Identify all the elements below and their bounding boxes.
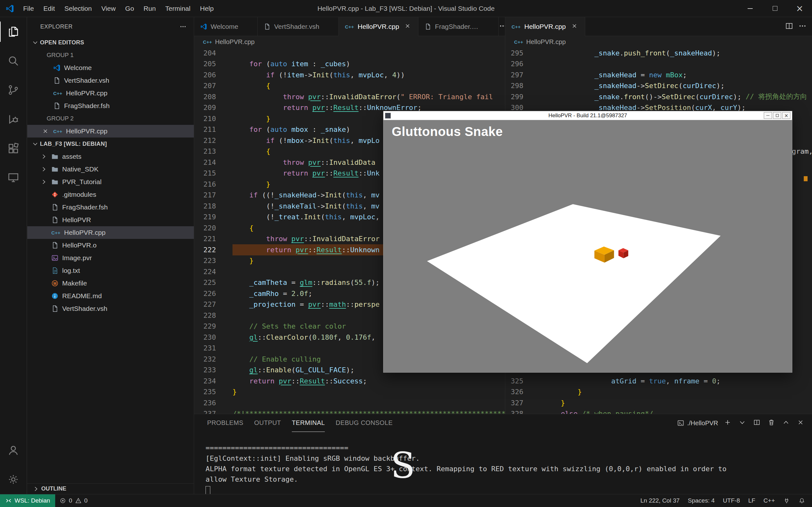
notifications[interactable] <box>794 494 809 507</box>
workspace-header[interactable]: LAB_F3 [WSL: DEBIAN] <box>27 137 194 150</box>
remote-indicator[interactable]: WSL: Debian <box>0 494 55 507</box>
ports-status[interactable] <box>779 494 794 507</box>
game-window-title-bar[interactable]: HelloPVR - Build 21.1@5987327 × <box>384 111 792 120</box>
tree-item-makefile[interactable]: MMakefile <box>27 277 194 290</box>
code-line-298[interactable]: 298 _snakeHead->SetDirec(curDirec); <box>505 80 812 92</box>
menu-file[interactable]: File <box>18 5 39 12</box>
tree-item-readme-md[interactable]: README.md <box>27 290 194 302</box>
indentation[interactable]: Spaces: 4 <box>684 494 719 507</box>
code-line-208[interactable]: 208 throw pvr::InvalidDataError(" ERROR:… <box>194 91 505 102</box>
views-more-icon[interactable] <box>179 23 187 31</box>
menu-edit[interactable]: Edit <box>39 5 60 12</box>
maximize-button[interactable] <box>763 0 787 17</box>
activity-run-debug[interactable] <box>0 105 27 134</box>
activity-settings[interactable] <box>0 465 27 494</box>
tree-item-gitmodules[interactable]: .gitmodules <box>27 188 194 201</box>
activity-source-control[interactable] <box>0 75 27 105</box>
menu-help[interactable]: Help <box>195 5 218 12</box>
more-icon <box>798 21 807 31</box>
tree-item-pvr-tutorial[interactable]: PVR_Tutorial <box>27 176 194 188</box>
tree-item-native-sdk[interactable]: Native_SDK <box>27 163 194 176</box>
tree-item-log-txt[interactable]: log.txt <box>27 264 194 277</box>
code-line-205[interactable]: 205 for (auto item : _cubes) <box>194 59 505 70</box>
code-line-325[interactable]: 325 atGrid = true, nframe = 0; <box>505 376 812 387</box>
hellopvr-game-window[interactable]: HelloPVR - Build 21.1@5987327 × Gluttono… <box>383 111 792 373</box>
open-editor-fragshader-fsh[interactable]: FragShader.fsh <box>27 100 194 112</box>
encoding[interactable]: UTF-8 <box>719 494 744 507</box>
code-line-295[interactable]: 295 _snake.push_front(_snakeHead); <box>505 48 812 59</box>
tree-item-image-pvr[interactable]: Image.pvr <box>27 251 194 264</box>
menu-run[interactable]: Run <box>139 5 161 12</box>
tree-item-hellopvr-o[interactable]: HelloPVR.o <box>27 239 194 251</box>
tab-vertshader-vsh[interactable]: VertShader.vsh <box>258 17 339 36</box>
menu-selection[interactable]: Selection <box>60 5 96 12</box>
new-terminal-button[interactable] <box>724 418 733 428</box>
code-line-296[interactable]: 296 <box>505 59 812 70</box>
code-line-237[interactable]: 237/*!**********************************… <box>194 408 505 414</box>
code-line-206[interactable]: 206 if (!item->Init(this, mvpLoc, 4)) <box>194 69 505 80</box>
code-line-328[interactable]: 328 else /* when pausing*/ <box>505 408 812 414</box>
eol[interactable]: LF <box>744 494 759 507</box>
code-line-327[interactable]: 327 } <box>505 397 812 408</box>
close-slot[interactable] <box>42 127 53 135</box>
tab-hellopvr-cpp[interactable]: C++HelloPVR.cpp <box>505 17 585 36</box>
activity-explorer[interactable] <box>0 17 27 46</box>
terminal-process[interactable]: ./HelloPVR <box>677 419 718 427</box>
close-tab-button[interactable] <box>571 22 579 31</box>
tree-item-hellopvr-cpp[interactable]: C++HelloPVR.cpp <box>27 226 194 239</box>
tree-item-vertshader-vsh[interactable]: VertShader.vsh <box>27 302 194 315</box>
panel-tab-problems[interactable]: PROBLEMS <box>207 414 243 432</box>
close-button[interactable]: × <box>787 0 812 17</box>
code-line-207[interactable]: 207 { <box>194 80 505 92</box>
terminal-profiles-button[interactable] <box>739 418 747 428</box>
menu-view[interactable]: View <box>96 5 120 12</box>
activity-remote-explorer[interactable] <box>0 163 27 192</box>
tab-fragshader-fsh[interactable]: FragShader.fsh <box>418 17 499 36</box>
open-editor-welcome[interactable]: Welcome <box>27 61 194 74</box>
more-actions-button[interactable] <box>798 21 807 32</box>
code-line-234[interactable]: 234 return pvr::Result::Success; <box>194 376 505 387</box>
activity-search[interactable] <box>0 46 27 75</box>
game-close-button[interactable]: × <box>782 112 791 119</box>
open-editor-hellopvr-cpp[interactable]: C++HelloPVR.cpp <box>27 87 194 100</box>
menu-go[interactable]: Go <box>120 5 139 12</box>
open-editor-hellopvr-cpp[interactable]: C++HelloPVR.cpp <box>27 125 194 137</box>
activity-extensions[interactable] <box>0 134 27 163</box>
tab-hellopvr-cpp[interactable]: C++HelloPVR.cpp <box>339 17 419 36</box>
open-editors-header[interactable]: OPEN EDITORS <box>27 36 194 49</box>
more-actions-button[interactable] <box>499 21 505 32</box>
language-mode[interactable]: C++ <box>759 494 779 507</box>
breadcrumb-1[interactable]: C++ HelloPVR.cpp <box>194 36 505 48</box>
tree-item-assets[interactable]: assets <box>27 150 194 163</box>
terminal-output[interactable]: ==================================[EglCo… <box>206 443 809 494</box>
tree-item-hellopvr[interactable]: HelloPVR <box>27 214 194 226</box>
cursor-position[interactable]: Ln 222, Col 37 <box>636 494 684 507</box>
maximize-panel-button[interactable] <box>782 418 791 428</box>
split-terminal-button[interactable] <box>753 418 762 428</box>
tab-bar-actions <box>499 17 505 36</box>
breadcrumb-2[interactable]: C++ HelloPVR.cpp <box>505 36 812 48</box>
minimize-button[interactable] <box>738 0 763 17</box>
code-line-235[interactable]: 235} <box>194 387 505 398</box>
code-line-204[interactable]: 204 <box>194 48 505 59</box>
panel-tab-output[interactable]: OUTPUT <box>254 414 281 432</box>
panel-tab-terminal[interactable]: TERMINAL <box>292 414 325 432</box>
close-tab-button[interactable] <box>404 22 412 31</box>
code-line-299[interactable]: 299 _snake.front()->SetDirec(curDirec); … <box>505 91 812 102</box>
panel-tab-debug-console[interactable]: DEBUG CONSOLE <box>336 414 393 432</box>
split-editor-button[interactable] <box>785 21 794 32</box>
code-line-326[interactable]: 326 } <box>505 387 812 398</box>
open-editor-vertshader-vsh[interactable]: VertShader.vsh <box>27 74 194 87</box>
tab-welcome[interactable]: Welcome <box>194 17 258 36</box>
code-line-236[interactable]: 236 <box>194 397 505 408</box>
tree-item-fragshader-fsh[interactable]: FragShader.fsh <box>27 201 194 214</box>
code-line-297[interactable]: 297 _snakeHead = new mBox; <box>505 69 812 80</box>
activity-accounts[interactable] <box>0 436 27 465</box>
outline-section[interactable]: OUTLINE <box>27 483 194 494</box>
menu-terminal[interactable]: Terminal <box>160 5 195 12</box>
close-panel-button[interactable] <box>797 418 806 428</box>
game-minimize-button[interactable] <box>764 112 772 119</box>
problems-status[interactable]: 0 0 <box>55 494 92 507</box>
kill-terminal-button[interactable] <box>768 418 776 428</box>
game-maximize-button[interactable] <box>773 112 781 119</box>
